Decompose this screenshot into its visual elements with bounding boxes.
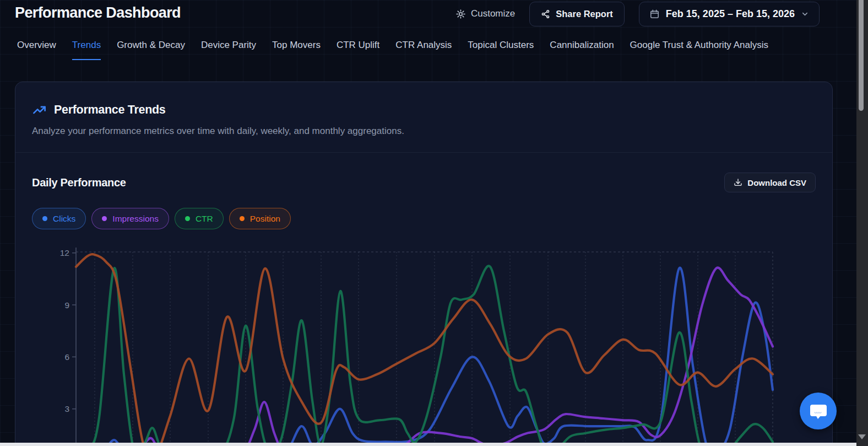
scroll-down-arrow[interactable] [858, 434, 866, 439]
bottom-strip [0, 443, 857, 446]
scrollbar-thumb[interactable] [859, 0, 864, 111]
tab-overview[interactable]: Overview [17, 40, 56, 60]
customize-button[interactable]: Customize [455, 8, 515, 19]
gear-icon [455, 9, 466, 19]
chat-icon [808, 402, 829, 421]
legend-chip-position[interactable]: Position [229, 208, 291, 229]
section-title: Performance Trends [54, 103, 166, 117]
legend-chip-clicks[interactable]: Clicks [32, 208, 86, 229]
trending-up-icon [32, 103, 47, 117]
share-report-button[interactable]: Share Report [529, 2, 625, 26]
tab-topical-clusters[interactable]: Topical Clusters [468, 40, 534, 60]
calendar-icon [649, 9, 660, 19]
download-icon [734, 178, 742, 187]
customize-label: Customize [471, 8, 515, 19]
position-dot-icon [240, 216, 245, 221]
legend-label-ctr: CTR [196, 214, 213, 224]
tab-ctr-uplift[interactable]: CTR Uplift [337, 40, 379, 60]
trends-card-header: Performance Trends Analyze your performa… [15, 82, 832, 153]
y-axis-tick-label: 6 [64, 352, 69, 362]
y-axis-tick-label: 3 [64, 404, 69, 413]
section-subtitle: Analyze your performance metrics over ti… [32, 126, 816, 137]
tab-ctr-analysis[interactable]: CTR Analysis [395, 40, 452, 60]
share-report-label: Share Report [556, 9, 613, 19]
tab-trends[interactable]: Trends [72, 40, 101, 60]
legend-chip-impressions[interactable]: Impressions [91, 208, 169, 229]
top-bar: Performance Dashboard Customize Share Re… [0, 0, 857, 31]
legend-label-clicks: Clicks [53, 214, 75, 224]
clicks-dot-icon [42, 216, 47, 221]
download-csv-button[interactable]: Download CSV [724, 173, 816, 192]
download-csv-label: Download CSV [747, 178, 806, 187]
impressions-dot-icon [102, 216, 107, 221]
y-axis-tick-label: 9 [64, 300, 69, 310]
metric-legend: Clicks Impressions CTR Position [32, 208, 816, 229]
tab-cannibalization[interactable]: Cannibalization [550, 40, 614, 60]
page-title: Performance Dashboard [15, 4, 181, 22]
y-axis-tick-label: 12 [60, 248, 69, 257]
tab-bar: Overview Trends Growth & Decay Device Pa… [17, 40, 768, 60]
legend-chip-ctr[interactable]: CTR [175, 208, 224, 229]
top-actions: Customize Share Report Feb 15, 2025 – Fe… [455, 2, 820, 26]
date-range-button[interactable]: Feb 15, 2025 – Feb 15, 2026 [639, 2, 820, 26]
tab-growth-decay[interactable]: Growth & Decay [117, 40, 185, 60]
trends-line-chart: 12963 [0, 245, 833, 446]
tab-google-trust-authority[interactable]: Google Trust & Authority Analysis [630, 40, 768, 60]
tab-top-movers[interactable]: Top Movers [272, 40, 321, 60]
daily-performance-panel: Daily Performance Download CSV Clicks [15, 153, 832, 229]
chat-button[interactable] [800, 393, 837, 429]
share-icon [541, 9, 550, 19]
chevron-down-icon [801, 10, 809, 18]
legend-label-impressions: Impressions [112, 214, 159, 224]
scrollbar[interactable] [856, 0, 868, 446]
ctr-dot-icon [185, 216, 190, 221]
date-range-label: Feb 15, 2025 – Feb 15, 2026 [666, 8, 795, 20]
legend-label-position: Position [250, 214, 280, 224]
series-line-clicks [76, 268, 773, 446]
daily-performance-title: Daily Performance [32, 176, 126, 189]
tab-device-parity[interactable]: Device Parity [201, 40, 256, 60]
